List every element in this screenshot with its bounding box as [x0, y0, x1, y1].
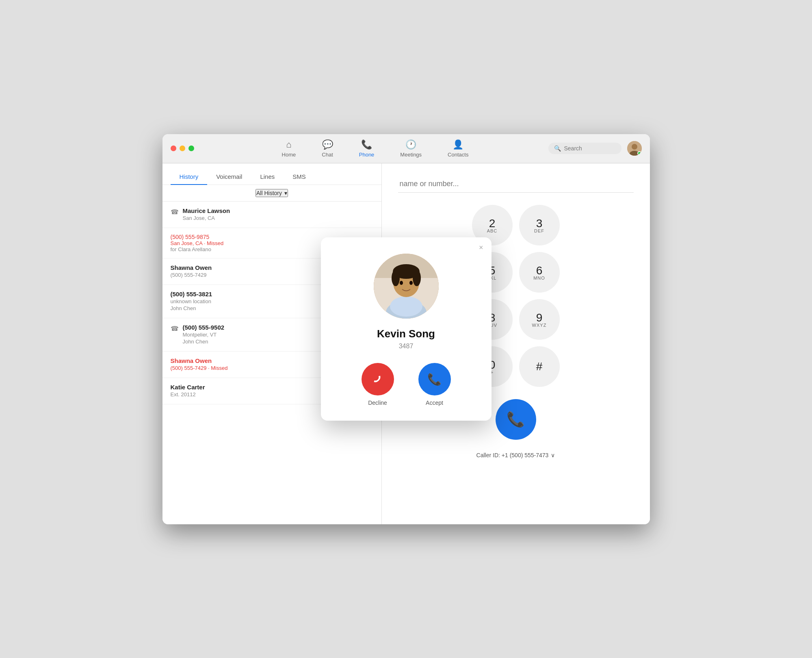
minimize-button[interactable]: [180, 145, 185, 151]
chevron-down-icon: ▾: [284, 190, 287, 196]
accept-icon: 📞: [427, 373, 442, 386]
dial-key-9[interactable]: 9WXYZ: [519, 299, 560, 340]
tab-sms[interactable]: SMS: [284, 169, 315, 185]
nav-contacts[interactable]: 👤 Contacts: [443, 137, 473, 160]
nav-meetings-label: Meetings: [400, 152, 422, 158]
dial-key-3[interactable]: 3DEF: [519, 205, 560, 245]
caller-extension: 3487: [399, 343, 414, 350]
search-input[interactable]: [564, 145, 613, 152]
contact-name: Maurice Lawson: [183, 207, 373, 214]
decline-action: Decline: [362, 363, 394, 406]
phone-icon: 📞: [361, 139, 372, 150]
caller-id[interactable]: Caller ID: +1 (500) 555-7473 ∨: [476, 452, 555, 458]
nav-meetings[interactable]: 🕐 Meetings: [395, 137, 427, 160]
chat-icon: 💬: [322, 139, 333, 150]
call-actions: Decline 📞 Accept: [362, 363, 451, 406]
svg-point-13: [400, 281, 403, 285]
nav-chat[interactable]: 💬 Chat: [317, 137, 338, 160]
phone-icon: ☎: [171, 208, 179, 216]
list-item[interactable]: ☎ Maurice Lawson San Jose, CA: [162, 202, 381, 228]
search-icon: 🔍: [554, 145, 561, 152]
titlebar: ⌂ Home 💬 Chat 📞 Phone 🕐 Meetings 👤 Conta…: [162, 134, 650, 163]
call-info: Maurice Lawson San Jose, CA: [183, 207, 373, 222]
contact-detail: (500) 555-7429 · Missed: [171, 365, 337, 371]
call-button[interactable]: 📞: [496, 399, 536, 440]
filter-label: All History: [256, 190, 282, 196]
home-icon: ⌂: [286, 139, 291, 150]
modal-close-button[interactable]: ×: [479, 244, 483, 251]
svg-point-12: [413, 270, 421, 286]
avatar[interactable]: [627, 141, 642, 156]
decline-icon: [372, 373, 384, 385]
app-window: ⌂ Home 💬 Chat 📞 Phone 🕐 Meetings 👤 Conta…: [162, 134, 650, 524]
decline-button[interactable]: [362, 363, 394, 395]
contact-location: San Jose, CA: [183, 215, 373, 221]
maximize-button[interactable]: [188, 145, 194, 151]
contact-ext: Ext. 20112: [171, 391, 337, 397]
nav-home-label: Home: [282, 152, 296, 158]
nav-chat-label: Chat: [322, 152, 333, 158]
call-info: Shawna Owen (500) 555-7429 · Missed: [171, 357, 337, 372]
nav-home[interactable]: ⌂ Home: [277, 137, 301, 160]
caller-avatar: [374, 254, 439, 319]
decline-label: Decline: [368, 400, 387, 406]
call-icon: 📞: [507, 411, 525, 428]
online-indicator: [637, 151, 641, 155]
filter-button[interactable]: All History ▾: [256, 189, 288, 197]
close-button[interactable]: [171, 145, 176, 151]
dial-key-6[interactable]: 6MNO: [519, 252, 560, 293]
contact-name: Katie Carter: [171, 384, 337, 391]
contacts-icon: 👤: [453, 139, 463, 150]
caller-photo: [374, 254, 439, 319]
svg-point-7: [390, 296, 422, 317]
search-bar[interactable]: 🔍: [548, 143, 621, 154]
caller-name: Kevin Song: [377, 328, 435, 340]
nav-right: 🔍: [548, 141, 642, 156]
accept-label: Accept: [426, 400, 443, 406]
incoming-call-modal: ×: [321, 237, 492, 421]
nav-phone[interactable]: 📞 Phone: [354, 137, 379, 160]
traffic-lights: [171, 145, 194, 151]
nav-phone-label: Phone: [359, 152, 375, 158]
tab-voicemail[interactable]: Voicemail: [207, 169, 251, 185]
call-info: Katie Carter Ext. 20112: [171, 384, 337, 398]
phone-icon: ☎: [171, 325, 179, 332]
chevron-down-icon: ∨: [551, 452, 555, 458]
svg-point-11: [392, 270, 400, 286]
caller-id-label: Caller ID: +1 (500) 555-7473: [476, 452, 549, 458]
accept-button[interactable]: 📞: [418, 363, 451, 395]
svg-point-14: [409, 281, 413, 285]
accept-action: 📞 Accept: [418, 363, 451, 406]
main-nav: ⌂ Home 💬 Chat 📞 Phone 🕐 Meetings 👤 Conta…: [202, 137, 548, 160]
nav-contacts-label: Contacts: [448, 152, 468, 158]
tab-history[interactable]: History: [171, 169, 208, 185]
dial-input[interactable]: [398, 176, 634, 193]
dial-key-hash[interactable]: #: [519, 346, 560, 387]
meetings-icon: 🕐: [405, 139, 416, 150]
svg-point-1: [632, 144, 637, 150]
filter-bar: All History ▾: [162, 185, 381, 202]
contact-name: Shawna Owen: [171, 357, 337, 364]
tabs-bar: History Voicemail Lines SMS: [162, 163, 381, 185]
tab-lines[interactable]: Lines: [251, 169, 284, 185]
